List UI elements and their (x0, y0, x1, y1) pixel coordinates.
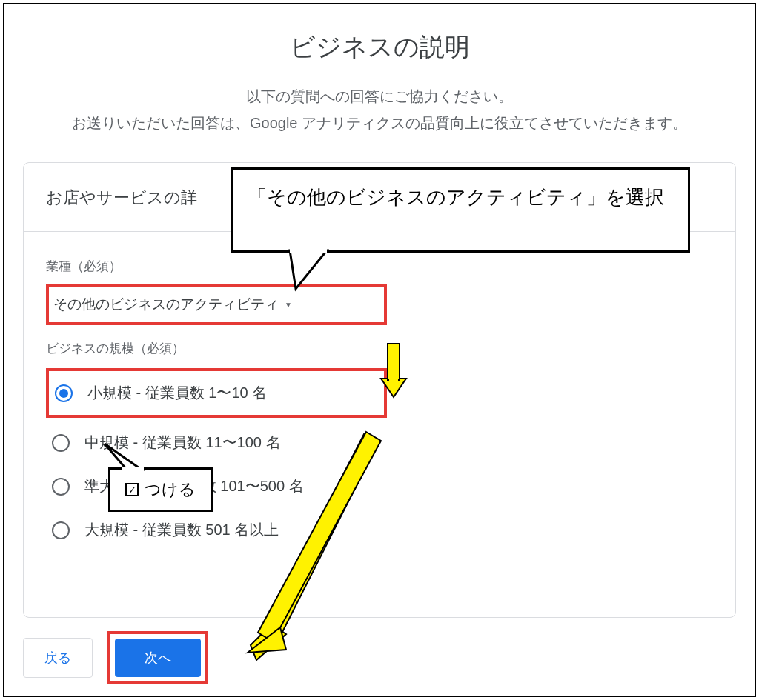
industry-value: その他のビジネスのアクティビティ (53, 295, 279, 314)
industry-label: 業種（必須） (46, 258, 713, 275)
callout-tail-icon (282, 244, 334, 296)
radio-icon (52, 478, 70, 496)
page-frame: ビジネスの説明 以下の質問への回答にご協力ください。 お送りいただいた回答は、G… (3, 3, 756, 697)
radio-label: 大規模 - 従業員数 501 名以上 (84, 520, 279, 540)
subtitle-line1: 以下の質問への回答にご協力ください。 (19, 83, 740, 110)
radio-option-medium[interactable]: 中規模 - 従業員数 11〜100 名 (46, 421, 713, 464)
page-title: ビジネスの説明 (4, 30, 755, 64)
highlight-box-size: 小規模 - 従業員数 1〜10 名 (46, 368, 387, 418)
callout-text: つける (145, 479, 196, 501)
svg-marker-0 (290, 250, 327, 289)
radio-option-large[interactable]: 大規模 - 従業員数 501 名以上 (46, 508, 713, 552)
radio-icon (55, 384, 73, 402)
radio-label: 小規模 - 従業員数 1〜10 名 (87, 383, 267, 403)
highlight-box-industry: その他のビジネスのアクティビティ ▼ (46, 284, 387, 325)
next-button[interactable]: 次へ (115, 639, 201, 677)
checkbox-icon: ✓ (125, 483, 139, 496)
back-button[interactable]: 戻る (23, 638, 93, 678)
svg-rect-3 (122, 467, 144, 473)
business-size-radio-group: 小規模 - 従業員数 1〜10 名 中規模 - 従業員数 11〜100 名 準大… (46, 368, 713, 552)
radio-icon (52, 521, 70, 539)
annotation-callout-industry: 「その他のビジネスのアクティビティ」を選択 (231, 167, 690, 253)
page-subtitle: 以下の質問への回答にご協力ください。 お送りいただいた回答は、Google アナ… (4, 83, 755, 136)
callout-tail-icon (101, 440, 145, 477)
svg-rect-1 (290, 247, 327, 253)
svg-marker-11 (251, 624, 286, 660)
radio-option-small[interactable]: 小規模 - 従業員数 1〜10 名 (49, 371, 384, 415)
brand-name: Google (250, 115, 298, 131)
svg-marker-13 (248, 627, 286, 653)
chevron-down-icon: ▼ (285, 301, 292, 309)
subtitle-line2: お送りいただいた回答は、Google アナリティクスの品質向上に役立てさせていた… (19, 110, 740, 136)
card-body: 業種（必須） その他のビジネスのアクティビティ ▼ ビジネスの規模（必須） 小規… (24, 232, 735, 578)
highlight-box-next: 次へ (107, 631, 208, 684)
business-size-label: ビジネスの規模（必須） (46, 340, 713, 357)
footer-buttons: 戻る 次へ (23, 631, 208, 684)
svg-marker-2 (105, 444, 142, 470)
radio-icon (52, 434, 70, 452)
